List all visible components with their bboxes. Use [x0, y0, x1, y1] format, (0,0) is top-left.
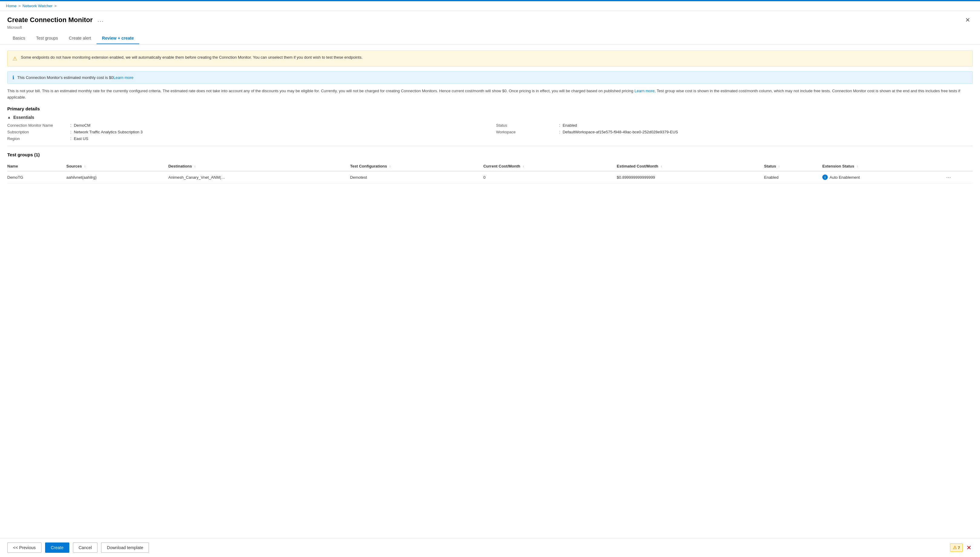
essentials-value-region: East US: [74, 136, 88, 141]
table-row: DemoTG aahilvnet(aahilrg) Animesh_Canary…: [7, 171, 973, 184]
alert-warning-text: Some endpoints do not have monitoring ex…: [21, 55, 363, 60]
tabs: Basics Test groups Create alert Review +…: [7, 33, 973, 44]
essentials-item-region: Region : East US: [7, 136, 484, 141]
tab-create-alert[interactable]: Create alert: [64, 33, 96, 44]
cell-extension-status: i Auto Enablement: [822, 171, 946, 184]
breadcrumb-network-watcher[interactable]: Network Watcher: [23, 3, 52, 8]
desc-learn-more-link[interactable]: Learn more,: [634, 89, 655, 93]
sort-icon-test-configurations: ↕: [389, 165, 391, 168]
ellipsis-button[interactable]: ...: [96, 16, 106, 24]
extension-status-container: i Auto Enablement: [822, 174, 942, 180]
sort-icon-extension-status: ↕: [856, 165, 858, 168]
col-header-estimated-cost[interactable]: Estimated Cost/Month ↕: [617, 161, 764, 171]
essentials-value-name: DemoCM: [74, 123, 90, 128]
desc-before: This is not your bill. This is an estima…: [7, 89, 634, 93]
extension-status-text: Auto Enablement: [830, 175, 860, 180]
sort-icon-estimated-cost: ↕: [661, 165, 662, 168]
tab-test-groups[interactable]: Test groups: [31, 33, 63, 44]
col-header-extension-status[interactable]: Extension Status ↕: [822, 161, 946, 171]
essentials-value-workspace: DefaultWorkspace-af15e575-f948-49ac-bce0…: [563, 130, 678, 134]
test-groups-title: Test groups (1): [7, 152, 973, 157]
cell-estimated-cost: $0.899999999999999: [617, 171, 764, 184]
panel-title-row: Create Connection Monitor ... ✕: [7, 16, 973, 24]
breadcrumb-sep-2: >: [54, 3, 57, 8]
test-groups-section: Test groups (1) Name Sources ↕ Destinati…: [7, 152, 973, 184]
download-template-button[interactable]: Download template: [101, 542, 149, 553]
breadcrumb: Home > Network Watcher >: [0, 1, 980, 11]
col-header-name: Name: [7, 161, 66, 171]
alert-info: ℹ This Connection Monitor's estimated mo…: [7, 72, 973, 84]
previous-button[interactable]: << Previous: [7, 542, 41, 553]
sort-icon-status: ↕: [778, 165, 780, 168]
extension-info-icon: i: [822, 174, 828, 180]
info-icon: ℹ: [12, 75, 14, 80]
breadcrumb-home[interactable]: Home: [6, 3, 16, 8]
notification-count: 7: [958, 546, 960, 550]
sort-icon-destinations: ↕: [194, 165, 196, 168]
essentials-label-region: Region: [7, 136, 68, 141]
cell-current-cost: 0: [483, 171, 617, 184]
alert-warning: ⚠ Some endpoints do not have monitoring …: [7, 50, 973, 67]
col-header-test-configurations[interactable]: Test Configurations ↕: [350, 161, 483, 171]
panel-header: Create Connection Monitor ... ✕ Microsof…: [0, 11, 980, 44]
footer: << Previous Create Cancel Download templ…: [0, 538, 980, 557]
panel-subtitle: Microsoft: [7, 25, 973, 29]
essentials-label: Essentials: [13, 115, 34, 120]
tab-review-create[interactable]: Review + create: [96, 33, 139, 44]
create-button[interactable]: Create: [45, 542, 69, 553]
col-header-sources[interactable]: Sources ↕: [66, 161, 168, 171]
table-header-row: Name Sources ↕ Destinations ↕ Test Confi…: [7, 161, 973, 171]
row-ellipsis-button[interactable]: ⋯: [946, 175, 951, 180]
cancel-button[interactable]: Cancel: [73, 542, 98, 553]
breadcrumb-sep-1: >: [18, 3, 21, 8]
essentials-item-subscription: Subscription : Network Traffic Analytics…: [7, 129, 484, 134]
essentials-label-workspace: Workspace: [496, 130, 557, 134]
col-header-destinations[interactable]: Destinations ↕: [168, 161, 350, 171]
cell-destinations: Animesh_Canary_Vnet_ANM(…: [168, 171, 350, 184]
essentials-label-status: Status: [496, 123, 557, 128]
primary-details-title: Primary details: [7, 106, 973, 111]
essentials-label-subscription: Subscription: [7, 130, 68, 134]
col-header-actions: [946, 161, 973, 171]
footer-right: ⚠ 7 ✕: [950, 543, 973, 552]
essentials-header[interactable]: ▲ Essentials: [7, 115, 973, 120]
close-panel-button[interactable]: ✕: [963, 16, 973, 24]
essentials-label-name: Connection Monitor Name: [7, 123, 68, 128]
chevron-up-icon: ▲: [7, 115, 11, 119]
notification-warn-icon: ⚠: [953, 545, 957, 550]
essentials-value-subscription: Network Traffic Analytics Subscription 3: [74, 130, 142, 134]
tab-basics[interactable]: Basics: [7, 33, 31, 44]
panel-title: Create Connection Monitor: [7, 16, 93, 24]
essentials-grid: Connection Monitor Name : DemoCM Subscri…: [7, 123, 973, 146]
essentials-right: Status : Enabled Workspace : DefaultWork…: [496, 123, 973, 141]
cell-sources: aahilvnet(aahilrg): [66, 171, 168, 184]
test-groups-table: Name Sources ↕ Destinations ↕ Test Confi…: [7, 161, 973, 184]
panel-body: ⚠ Some endpoints do not have monitoring …: [0, 44, 980, 538]
essentials-item-name: Connection Monitor Name : DemoCM: [7, 123, 484, 128]
panel: Create Connection Monitor ... ✕ Microsof…: [0, 11, 980, 557]
notification-badge[interactable]: ⚠ 7: [950, 543, 963, 552]
essentials-left: Connection Monitor Name : DemoCM Subscri…: [7, 123, 484, 141]
sort-icon-sources: ↕: [84, 165, 86, 168]
alert-info-text-before: This Connection Monitor's estimated mont…: [17, 75, 113, 80]
cell-test-configurations: Demotest: [350, 171, 483, 184]
essentials-item-workspace: Workspace : DefaultWorkspace-af15e575-f9…: [496, 129, 973, 134]
cell-row-actions[interactable]: ⋯: [946, 171, 973, 184]
warning-icon: ⚠: [12, 55, 17, 62]
cell-status: Enabled: [764, 171, 822, 184]
cell-name: DemoTG: [7, 171, 66, 184]
alert-info-learn-more-link[interactable]: Learn more: [113, 75, 134, 80]
col-header-status[interactable]: Status ↕: [764, 161, 822, 171]
description-text: This is not your bill. This is an estima…: [7, 88, 973, 101]
alert-info-text: This Connection Monitor's estimated mont…: [17, 75, 134, 80]
col-header-current-cost[interactable]: Current Cost/Month ↕: [483, 161, 617, 171]
essentials-section: Primary details ▲ Essentials Connection …: [7, 106, 973, 146]
sort-icon-current-cost: ↕: [523, 165, 524, 168]
essentials-value-status: Enabled: [563, 123, 577, 128]
notification-close-button[interactable]: ✕: [965, 543, 973, 552]
essentials-item-status: Status : Enabled: [496, 123, 973, 128]
